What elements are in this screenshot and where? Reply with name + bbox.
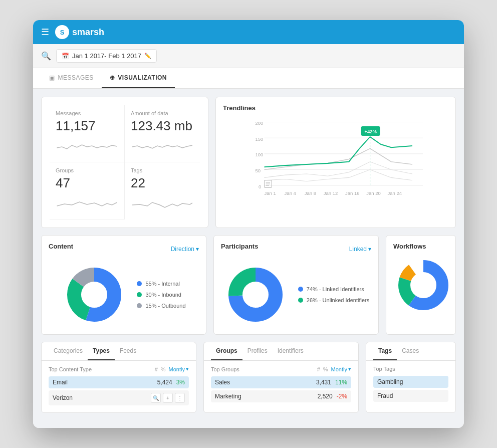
search-bar: 🔍 📅 Jan 1 2017- Feb 1 2017 ✏️ [33,44,464,68]
legend-internal: 55% - Internal [137,281,185,287]
verizon-action-more[interactable]: ⋮ [175,393,185,403]
linked-dot [298,287,303,292]
svg-text:Jan 16: Jan 16 [345,190,360,196]
gambling-name: Gambling [377,378,444,385]
bottom-left-controls: # % Montly ▾ [155,366,189,372]
tab-feeds[interactable]: Feeds [115,342,141,360]
svg-point-30 [243,283,268,307]
date-range-pill[interactable]: 📅 Jan 1 2017- Feb 1 2017 ✏️ [56,49,157,63]
bottom-left-section: Categories Types Feeds Top Content Type … [41,342,196,413]
content-row-verizon[interactable]: Verizon 🔍 + ⋮ [49,390,189,405]
hash-icon[interactable]: # [155,366,158,372]
messages-value: 11,157 [56,118,118,134]
bottom-right-section: Tags Cases Top Tags Gambling Fraud [366,342,456,413]
montly-dropdown-mid[interactable]: Montly ▾ [331,366,351,372]
internal-label: 55% - Internal [145,281,179,287]
email-value: 5,424 [157,379,172,386]
participants-legend: 74% - Linked Identifiers 26% - Unlinked … [298,286,369,303]
tab-messages[interactable]: ▣ MESSAGES [41,68,102,88]
content-row-email[interactable]: Email 5,424 3% [49,376,189,388]
unlinked-dot [298,298,303,303]
logo-area: S smarsh [55,25,104,39]
tab-visualization[interactable]: ⊕ VISUALIZATION [102,68,175,88]
participants-card-title: Participants [221,243,258,250]
groups-value: 47 [56,175,118,191]
marketing-name: Marketing [215,393,313,400]
logo-text: smarsh [72,27,104,38]
search-icon[interactable]: 🔍 [41,51,51,61]
svg-text:Jan 8: Jan 8 [305,190,316,196]
linked-label: Linked [349,246,367,253]
visualization-tab-icon: ⊕ [110,74,115,81]
marketing-percent: -2% [337,393,347,400]
top-groups-label: Top Groups [211,366,239,372]
logo-icon: S [55,25,69,39]
workflows-card: Workflows [386,235,456,335]
legend-linked: 74% - Linked Identifiers [298,286,369,292]
tags-row-gambling[interactable]: Gambling [373,376,448,388]
participants-card: Participants Linked ▾ [213,235,379,335]
tags-value: 22 [131,175,194,191]
edit-icon[interactable]: ✏️ [144,53,151,59]
inbound-dot [137,292,142,297]
sales-value: 3,431 [316,379,331,386]
sales-name: Sales [215,379,311,386]
stat-messages: Messages 11,157 [50,105,125,162]
outbound-dot [137,303,142,308]
svg-text:+42%: +42% [364,129,377,134]
messages-label: Messages [56,110,118,116]
tab-cases[interactable]: Cases [397,342,424,360]
tags-row-fraud[interactable]: Fraud [373,390,448,402]
bottom-mid-controls: # % Montly ▾ [317,366,351,372]
bottom-right-content: Top Tags Gambling Fraud [366,361,455,409]
legend-inbound: 30% - Inbound [137,292,185,298]
participants-donut-area: 74% - Linked Identifiers 26% - Unlinked … [221,262,371,327]
visualization-tab-label: VISUALIZATION [118,74,167,81]
data-sparkline [131,138,194,153]
bottom-right-tabs: Tags Cases [366,342,455,361]
main-content: Messages 11,157 Amount of data 123.43 mb… [33,89,464,428]
verizon-action-search[interactable]: 🔍 [151,393,161,403]
tab-groups[interactable]: Groups [211,342,242,360]
bottom-mid-section: Groups Profiles Identifiers Top Groups # [203,342,359,413]
content-donut-area: 55% - Internal 30% - Inbound 15% - Outbo… [49,262,199,327]
tab-categories[interactable]: Categories [49,342,88,360]
tab-identifiers[interactable]: Identifiers [273,342,309,360]
bottom-mid-content: Top Groups # % Montly ▾ Sales 3,431 [204,361,358,409]
tab-profiles[interactable]: Profiles [242,342,273,360]
svg-text:Jan 20: Jan 20 [366,190,381,196]
hamburger-icon[interactable]: ☰ [41,27,49,38]
stat-cards: Messages 11,157 Amount of data 123.43 mb… [41,97,208,228]
content-direction-dropdown[interactable]: Direction ▾ [171,246,199,253]
chevron-down-icon: ▾ [348,366,351,372]
svg-point-34 [411,273,435,297]
data-value: 123.43 mb [131,118,194,134]
messages-tab-icon: ▣ [49,74,55,81]
groups-sparkline [56,195,118,210]
tab-types[interactable]: Types [88,342,115,360]
internal-dot [137,281,142,286]
groups-row-marketing[interactable]: Marketing 2,520 -2% [211,390,351,402]
verizon-action-add[interactable]: + [163,393,173,403]
participants-linked-dropdown[interactable]: Linked ▾ [349,246,371,253]
groups-row-sales[interactable]: Sales 3,431 11% [211,376,351,388]
montly-dropdown[interactable]: Montly ▾ [169,366,189,372]
stat-groups: Groups 47 [50,162,125,219]
email-name: Email [53,379,152,386]
stat-data: Amount of data 123.43 mb [125,105,200,162]
workflows-donut-chart [393,255,453,315]
row-stats: Messages 11,157 Amount of data 123.43 mb… [41,97,456,228]
linked-identifiers-label: 74% - Linked Identifiers [307,286,364,292]
verizon-name: Verizon [53,394,147,401]
main-tabs: ▣ MESSAGES ⊕ VISUALIZATION [33,68,464,89]
percent-icon[interactable]: % [323,366,328,372]
inbound-label: 30% - Inbound [145,292,181,298]
hash-icon[interactable]: # [317,366,320,372]
tab-tags[interactable]: Tags [373,342,397,360]
sales-percent: 11% [335,379,347,386]
percent-icon[interactable]: % [161,366,166,372]
top-tags-label: Top Tags [373,366,395,372]
content-legend: 55% - Internal 30% - Inbound 15% - Outbo… [137,281,185,309]
outbound-label: 15% - Outbound [145,303,185,309]
tags-sparkline [131,195,194,210]
